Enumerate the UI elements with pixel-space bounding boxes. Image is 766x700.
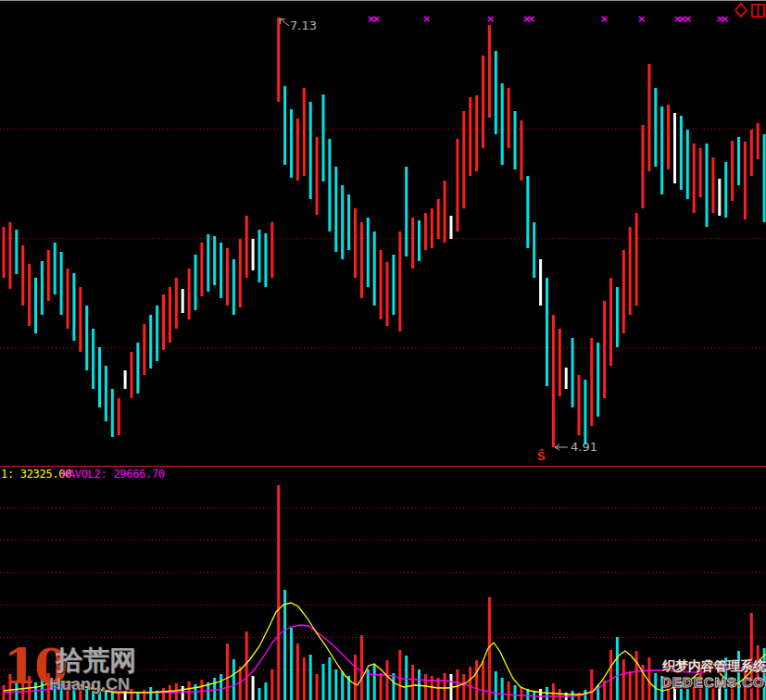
price-bar <box>571 338 574 407</box>
price-bar <box>635 213 638 306</box>
price-bar <box>175 278 178 329</box>
volume-bar <box>316 674 319 700</box>
volume-bar <box>508 681 510 700</box>
price-bar <box>136 343 139 394</box>
volume-bar <box>264 682 267 700</box>
volume-bar <box>290 628 293 700</box>
volume-bar <box>482 661 484 700</box>
price-bar <box>578 375 581 435</box>
volume-bar <box>226 644 229 700</box>
price-bar <box>162 294 165 350</box>
price-bar <box>328 139 331 231</box>
volume-bar <box>392 673 395 700</box>
price-bar <box>21 245 24 306</box>
split-window-icon[interactable] <box>752 5 764 17</box>
volume-bar <box>258 688 261 700</box>
volume-bar <box>424 674 427 700</box>
volume-bar <box>635 651 638 700</box>
price-bar <box>763 134 766 222</box>
volume-bar <box>520 687 522 700</box>
price-bar <box>85 306 88 370</box>
price-bar <box>411 218 414 269</box>
price-bar <box>92 329 94 389</box>
price-bar <box>456 139 458 231</box>
price-bar <box>380 250 383 319</box>
high-price-label: 7.13 <box>290 19 317 31</box>
price-bar <box>270 222 273 278</box>
volume-bar <box>283 590 286 700</box>
price-bar <box>47 250 50 301</box>
price-bar <box>283 86 286 165</box>
price-bar <box>111 389 114 437</box>
price-bar <box>667 105 670 169</box>
chart-canvas[interactable] <box>0 0 766 700</box>
volume-bar <box>418 669 421 700</box>
watermark-left-domain: Huang.CN <box>49 676 130 694</box>
price-bar <box>482 56 484 148</box>
chart-window: ××××××××××××× 7.13 4.91 Ŝ 1: 32325.00 MA… <box>0 0 766 700</box>
volume-bar <box>360 635 363 700</box>
volume-bar <box>303 657 306 700</box>
price-bar <box>373 231 376 306</box>
price-bar <box>226 248 229 306</box>
price-bar <box>629 227 632 315</box>
volume-bar <box>571 691 574 700</box>
price-bar <box>264 233 267 287</box>
mavol2-value-label: MAVOL2: 29666.70 <box>62 469 165 481</box>
price-bar <box>520 120 522 181</box>
price-bar <box>143 324 145 375</box>
price-bar <box>341 185 344 259</box>
watermark-right-title: 织梦内容管理系统 <box>661 658 766 674</box>
price-bar <box>424 213 427 250</box>
price-bar <box>3 227 6 278</box>
price-bar <box>54 243 57 294</box>
high-arrow-icon <box>280 19 289 26</box>
price-bar <box>232 259 235 315</box>
price-bar <box>182 289 184 313</box>
price-bar <box>360 222 363 298</box>
price-bar <box>533 222 535 278</box>
price-bar <box>680 116 683 190</box>
price-bar <box>105 366 107 421</box>
volume-bar <box>328 657 331 700</box>
volume-bar <box>475 660 478 700</box>
price-bar <box>469 97 471 176</box>
price-bar <box>296 119 299 181</box>
volume-bar <box>431 676 433 700</box>
volume-bar <box>411 665 414 700</box>
price-bar <box>213 236 216 285</box>
price-bar <box>744 142 747 219</box>
price-bar <box>169 287 171 343</box>
price-bar <box>303 88 306 176</box>
price-bar <box>750 130 753 176</box>
volume-bar <box>309 655 312 700</box>
event-marker-icon: × <box>637 14 646 24</box>
volume-bar <box>373 665 376 700</box>
volume-bar <box>182 686 184 700</box>
watermark-left: 10 拾荒网 Huang.CN <box>4 645 170 700</box>
price-bar <box>731 141 734 201</box>
price-bar <box>207 234 209 292</box>
sell-signal-icon: Ŝ <box>537 450 546 462</box>
volume-bar <box>590 669 593 700</box>
volume-bar <box>322 664 325 700</box>
price-bar <box>156 306 158 361</box>
volume-bar <box>616 637 619 700</box>
volume-bar <box>232 659 235 700</box>
price-bar <box>673 113 676 183</box>
price-bar <box>526 176 529 248</box>
price-bar <box>188 269 191 319</box>
price-bar <box>622 250 625 333</box>
volume-bar <box>245 631 248 700</box>
price-bar <box>514 111 517 169</box>
diamond-icon[interactable] <box>735 4 747 17</box>
low-price-label: 4.91 <box>571 441 597 453</box>
volume-bar <box>495 671 497 700</box>
price-bar <box>616 287 619 347</box>
price-bar <box>590 338 593 426</box>
price-bar <box>565 368 568 389</box>
event-marker-icon: × <box>372 14 381 24</box>
event-marker-icon: × <box>600 14 609 24</box>
volume-bar <box>354 655 357 700</box>
price-bar <box>559 329 561 396</box>
